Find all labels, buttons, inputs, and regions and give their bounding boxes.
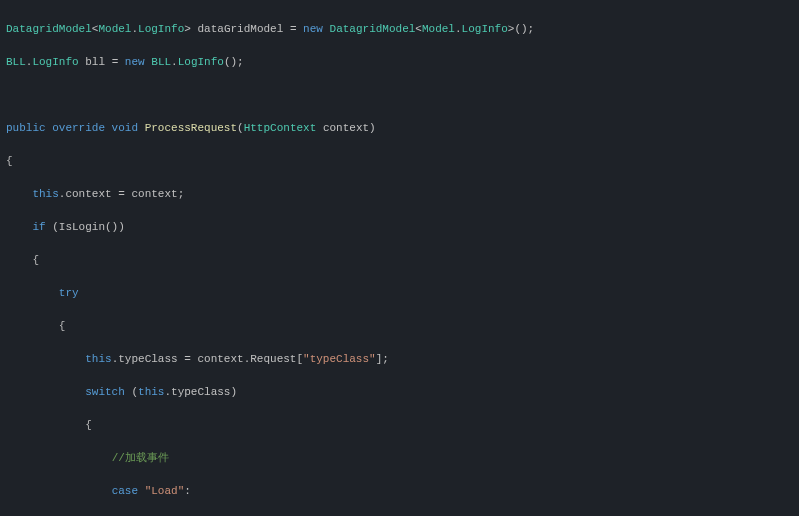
code-line: this.context = context; xyxy=(6,186,793,203)
code-editor[interactable]: DatagridModel<Model.LogInfo> dataGridMod… xyxy=(6,4,793,516)
code-line xyxy=(6,87,793,104)
code-line: { xyxy=(6,417,793,434)
code-line: //加载事件 xyxy=(6,450,793,467)
code-line: if (IsLogin()) xyxy=(6,219,793,236)
code-line: { xyxy=(6,252,793,269)
code-line: switch (this.typeClass) xyxy=(6,384,793,401)
code-line: BLL.LogInfo bll = new BLL.LogInfo(); xyxy=(6,54,793,71)
code-line: DatagridModel<Model.LogInfo> dataGridMod… xyxy=(6,21,793,38)
code-line: this.typeClass = context.Request["typeCl… xyxy=(6,351,793,368)
code-line: { xyxy=(6,318,793,335)
code-line: case "Load": xyxy=(6,483,793,500)
code-line: public override void ProcessRequest(Http… xyxy=(6,120,793,137)
code-line: try xyxy=(6,285,793,302)
code-line: { xyxy=(6,153,793,170)
